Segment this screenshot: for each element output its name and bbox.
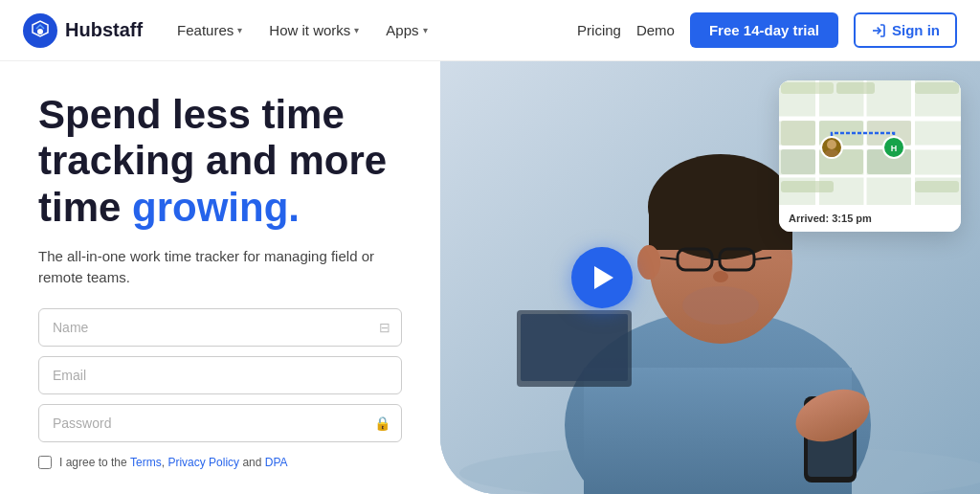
signup-form: ⊟ 🔒 I agree to the Terms, Privacy Policy…	[38, 308, 402, 469]
apps-label: Apps	[386, 22, 418, 38]
nav-right: Pricing Demo Free 14-day trial Sign in	[577, 12, 957, 48]
hero-right: H Arrived: 3:15 pm	[440, 61, 980, 494]
play-icon	[594, 266, 613, 289]
free-trial-button[interactable]: Free 14-day trial	[690, 12, 838, 48]
svg-rect-24	[521, 314, 628, 381]
signin-label: Sign in	[892, 22, 940, 38]
email-input-wrapper	[38, 356, 402, 394]
password-input-icon: 🔒	[374, 415, 390, 431]
how-it-works-chevron-icon: ▾	[354, 25, 359, 35]
name-input-wrapper: ⊟	[38, 308, 402, 347]
hubstaff-logo-icon	[23, 13, 57, 48]
sign-in-button[interactable]: Sign in	[854, 12, 957, 48]
features-chevron-icon: ▾	[237, 25, 242, 35]
svg-text:H: H	[891, 144, 898, 153]
signin-icon	[871, 23, 886, 38]
pricing-link[interactable]: Pricing	[577, 22, 621, 38]
nav-item-how-it-works[interactable]: How it works ▾	[257, 14, 370, 46]
demo-link[interactable]: Demo	[636, 22, 675, 38]
svg-point-1	[37, 29, 43, 34]
nav-links: Features ▾ How it works ▾ Apps ▾	[166, 14, 577, 46]
svg-rect-36	[781, 121, 815, 146]
play-button[interactable]	[571, 247, 633, 308]
logo[interactable]: Hubstaff	[23, 13, 143, 48]
svg-point-39	[827, 140, 836, 149]
svg-rect-11	[649, 207, 792, 250]
map-svg: H	[779, 80, 961, 205]
svg-rect-45	[915, 82, 959, 94]
svg-rect-46	[781, 181, 834, 192]
svg-point-40	[825, 149, 838, 157]
apps-chevron-icon: ▾	[423, 25, 428, 35]
nav-item-apps[interactable]: Apps ▾	[374, 14, 438, 46]
map-info: Arrived: 3:15 pm	[779, 205, 961, 232]
svg-point-18	[713, 271, 728, 282]
map-card: H Arrived: 3:15 pm	[779, 80, 961, 232]
terms-row: I agree to the Terms, Privacy Policy and…	[38, 456, 402, 469]
password-input-wrapper: 🔒	[38, 404, 402, 442]
svg-point-19	[682, 286, 759, 325]
name-input[interactable]	[38, 308, 402, 347]
password-input[interactable]	[38, 404, 402, 442]
svg-point-12	[637, 245, 660, 280]
terms-text: I agree to the Terms, Privacy Policy and…	[59, 456, 288, 469]
features-label: Features	[177, 22, 234, 38]
hero-left: Spend less time tracking and more time g…	[0, 61, 440, 494]
arrived-text: Arrived: 3:15 pm	[789, 213, 872, 224]
hero-section: Spend less time tracking and more time g…	[0, 61, 980, 494]
svg-rect-43	[781, 82, 834, 94]
terms-checkbox[interactable]	[38, 456, 52, 469]
map-area: H	[779, 80, 961, 205]
hero-headline: Spend less time tracking and more time g…	[38, 92, 402, 231]
svg-rect-47	[915, 181, 959, 192]
terms-link[interactable]: Terms	[130, 456, 162, 469]
how-it-works-label: How it works	[269, 22, 350, 38]
svg-rect-44	[836, 82, 875, 94]
dpa-link[interactable]: DPA	[265, 456, 288, 469]
navbar: Hubstaff Features ▾ How it works ▾ Apps …	[0, 0, 980, 61]
nav-item-features[interactable]: Features ▾	[166, 14, 254, 46]
logo-text: Hubstaff	[65, 19, 143, 41]
hero-subtext: The all-in-one work time tracker for man…	[38, 246, 402, 289]
headline-highlight: growing.	[132, 185, 300, 230]
email-input[interactable]	[38, 356, 402, 394]
privacy-link[interactable]: Privacy Policy	[167, 456, 239, 469]
svg-rect-37	[781, 149, 815, 174]
name-input-icon: ⊟	[379, 320, 390, 335]
